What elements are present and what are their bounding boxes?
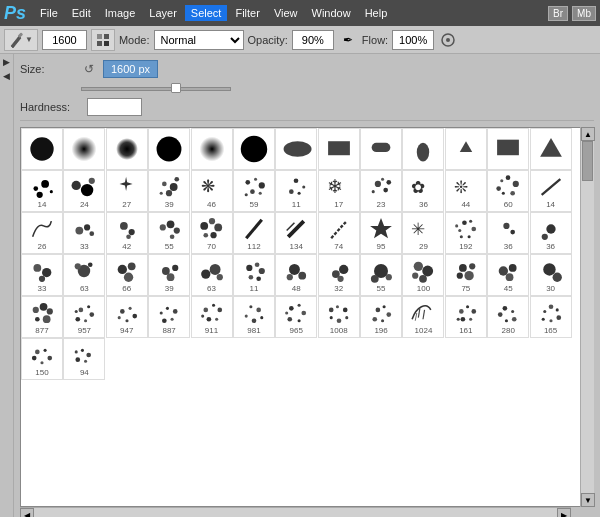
brush-cell[interactable]: 75 — [445, 254, 487, 296]
left-icon2[interactable]: ◀ — [1, 70, 13, 82]
brush-cell[interactable]: 63 — [191, 254, 233, 296]
brush-cell[interactable] — [360, 128, 402, 170]
brush-cell[interactable]: 981 — [233, 296, 275, 338]
brush-cell[interactable]: ✿36 — [402, 170, 444, 212]
brush-cell[interactable]: 48 — [275, 254, 317, 296]
brush-cell[interactable]: 196 — [360, 296, 402, 338]
mode-select[interactable]: Normal Dissolve Multiply — [154, 30, 244, 50]
brush-cell[interactable] — [318, 128, 360, 170]
brush-cell[interactable]: 24 — [63, 170, 105, 212]
brush-cell[interactable] — [233, 128, 275, 170]
brush-cell[interactable]: 100 — [402, 254, 444, 296]
brush-cell[interactable]: 59 — [233, 170, 275, 212]
brush-cell[interactable] — [402, 128, 444, 170]
brush-cell[interactable]: 39 — [148, 254, 190, 296]
brush-cell[interactable]: 165 — [530, 296, 572, 338]
brush-cell[interactable]: ❊44 — [445, 170, 487, 212]
brush-cell[interactable]: 965 — [275, 296, 317, 338]
menu-window[interactable]: Window — [306, 5, 357, 21]
brush-cell[interactable]: 63 — [63, 254, 105, 296]
brush-cell[interactable]: 45 — [487, 254, 529, 296]
brush-cell[interactable]: 33 — [21, 254, 63, 296]
size-stepper[interactable] — [91, 29, 115, 51]
brush-cell[interactable]: 36 — [530, 212, 572, 254]
brush-cell[interactable]: 150 — [21, 338, 63, 380]
brush-cell[interactable]: 1008 — [318, 296, 360, 338]
left-arrow-icon[interactable]: ▶ — [1, 56, 13, 68]
pressure-icon[interactable] — [438, 30, 458, 50]
brush-cell[interactable] — [63, 128, 105, 170]
menu-view[interactable]: View — [268, 5, 304, 21]
brush-cell[interactable]: 1024 — [402, 296, 444, 338]
menu-image[interactable]: Image — [99, 5, 142, 21]
scroll-down-btn[interactable]: ▼ — [581, 493, 595, 507]
bottom-scrollbar[interactable]: ◀ ▶ — [20, 507, 571, 517]
brush-cell[interactable] — [530, 128, 572, 170]
airbrush-icon[interactable]: ✒ — [338, 30, 358, 50]
brush-cell[interactable]: 877 — [21, 296, 63, 338]
badge-mb[interactable]: Mb — [572, 6, 596, 21]
brush-cell[interactable]: 66 — [106, 254, 148, 296]
scroll-right-btn[interactable]: ▶ — [557, 508, 571, 517]
brush-tool-btn[interactable]: ▼ — [4, 29, 38, 51]
brush-cell[interactable]: 27 — [106, 170, 148, 212]
brush-cell[interactable]: 11 — [233, 254, 275, 296]
menu-select[interactable]: Select — [185, 5, 228, 21]
menu-layer[interactable]: Layer — [143, 5, 183, 21]
menu-filter[interactable]: Filter — [229, 5, 265, 21]
brush-cell[interactable]: 26 — [21, 212, 63, 254]
brush-cell[interactable]: 60 — [487, 170, 529, 212]
brush-cell[interactable] — [21, 128, 63, 170]
menu-help[interactable]: Help — [359, 5, 394, 21]
brush-cell[interactable]: 14 — [530, 170, 572, 212]
brush-cell[interactable] — [106, 128, 148, 170]
brush-cell[interactable]: 957 — [63, 296, 105, 338]
brush-cell[interactable]: ✳29 — [402, 212, 444, 254]
size-slider[interactable] — [81, 82, 231, 96]
badge-br[interactable]: Br — [548, 6, 568, 21]
menu-file[interactable]: File — [34, 5, 64, 21]
scroll-left-btn[interactable]: ◀ — [20, 508, 34, 517]
brush-cell[interactable]: 11 — [275, 170, 317, 212]
brush-cell[interactable]: 94 — [63, 338, 105, 380]
brush-cell[interactable]: 112 — [233, 212, 275, 254]
brush-cell[interactable]: 23 — [360, 170, 402, 212]
brush-cell[interactable] — [191, 128, 233, 170]
brush-cell[interactable]: 161 — [445, 296, 487, 338]
brush-cell[interactable]: 192 — [445, 212, 487, 254]
brush-size-input[interactable] — [42, 30, 87, 50]
brush-cell[interactable]: 36 — [487, 212, 529, 254]
brush-cell[interactable]: ❄17 — [318, 170, 360, 212]
brush-scrollbar[interactable]: ▲ ▼ — [580, 127, 594, 507]
scroll-thumb[interactable] — [582, 141, 593, 181]
brush-cell[interactable]: 280 — [487, 296, 529, 338]
opacity-input[interactable] — [292, 30, 334, 50]
brush-cell[interactable]: 33 — [63, 212, 105, 254]
brush-cell[interactable] — [487, 128, 529, 170]
brush-cell[interactable]: 947 — [106, 296, 148, 338]
brush-cell[interactable]: 74 — [318, 212, 360, 254]
brush-cell[interactable]: 70 — [191, 212, 233, 254]
brush-cell[interactable]: 95 — [360, 212, 402, 254]
brush-cell[interactable] — [275, 128, 317, 170]
brush-cell[interactable] — [148, 128, 190, 170]
slider-thumb[interactable] — [171, 83, 181, 93]
brush-cell[interactable]: 42 — [106, 212, 148, 254]
size-value-input[interactable] — [103, 60, 158, 78]
brush-cell[interactable]: 32 — [318, 254, 360, 296]
refresh-icon[interactable]: ↺ — [81, 61, 97, 77]
brush-cell[interactable]: 39 — [148, 170, 190, 212]
brush-cell[interactable]: 30 — [530, 254, 572, 296]
flow-input[interactable] — [392, 30, 434, 50]
brush-cell[interactable]: ❋46 — [191, 170, 233, 212]
hardness-input[interactable] — [87, 98, 142, 116]
brush-cell[interactable]: 134 — [275, 212, 317, 254]
brush-cell[interactable]: 55 — [148, 212, 190, 254]
brush-cell[interactable]: 55 — [360, 254, 402, 296]
brush-cell[interactable]: 911 — [191, 296, 233, 338]
brush-cell[interactable] — [445, 128, 487, 170]
menu-edit[interactable]: Edit — [66, 5, 97, 21]
brush-cell[interactable]: 14 — [21, 170, 63, 212]
scroll-up-btn[interactable]: ▲ — [581, 127, 595, 141]
brush-cell[interactable]: 887 — [148, 296, 190, 338]
